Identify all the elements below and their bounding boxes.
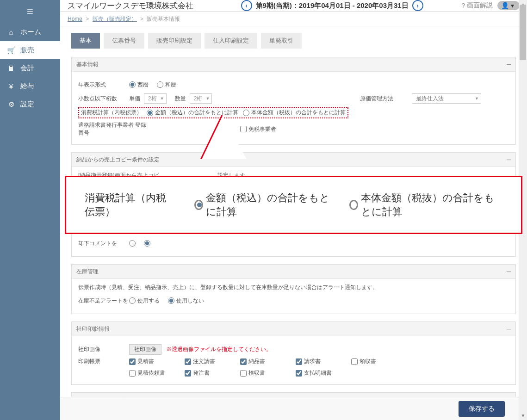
- breadcrumb: Home > 販売（販売設定） > 販売基本情報: [60, 12, 527, 26]
- sidebar-item-sales[interactable]: 🛒 販売: [0, 41, 60, 59]
- sidebar-item-label: ホーム: [20, 28, 41, 37]
- cart-icon: 🛒: [6, 46, 16, 55]
- main: ▲ ▼ スマイルワークスデモ環境株式会社 ‹ 第9期(当期)：2019年04月0…: [60, 0, 527, 420]
- period-prev-icon[interactable]: ‹: [241, 0, 252, 11]
- sidebar: ≡ ⌂ ホーム 🛒 販売 🖩 会計 ¥ 給与 ⚙ 設定: [0, 0, 60, 420]
- panel-title: 社印印影情報: [76, 325, 110, 333]
- gear-icon: ⚙: [6, 100, 16, 109]
- seal-image-button[interactable]: 社印画像: [129, 344, 161, 355]
- collapse-toggle[interactable]: –: [507, 60, 511, 68]
- panel-basic: 基本情報 – 年表示形式 西暦 和暦 小数点以下桁数 単価: [71, 57, 516, 145]
- brand-name: スマイルワークスデモ環境株式会社: [68, 0, 193, 11]
- yen-icon: ¥: [6, 82, 16, 90]
- sidebar-item-label: 給与: [20, 82, 34, 91]
- period-label: 第9期(当期)：2019年04月01日 - 2020年03月31日: [256, 1, 409, 10]
- cost-method-select[interactable]: 最終仕入法: [412, 93, 481, 104]
- chk-hacchu[interactable]: 発注書: [185, 369, 240, 377]
- sidebar-item-home[interactable]: ⌂ ホーム: [0, 23, 60, 41]
- stock-alert-nouse[interactable]: 使用しない: [168, 297, 204, 305]
- period-next-icon[interactable]: ›: [412, 0, 423, 11]
- save-button[interactable]: 保存する: [459, 401, 505, 417]
- radio-on-icon: [194, 200, 203, 210]
- unit-label: 単価: [129, 95, 140, 103]
- sidebar-item-accounting[interactable]: 🖩 会計: [0, 59, 60, 77]
- chk-nouhin[interactable]: 納品書: [240, 358, 296, 365]
- panel-title: 基本情報: [76, 61, 99, 68]
- topbar: スマイルワークスデモ環境株式会社 ‹ 第9期(当期)：2019年04月01日 -…: [60, 0, 527, 12]
- print-forms-label: 印刷帳票: [78, 358, 129, 365]
- collapse-toggle[interactable]: –: [507, 155, 511, 164]
- chk-kenshu[interactable]: 検収書: [240, 369, 296, 377]
- tab-basic[interactable]: 基本: [71, 33, 100, 49]
- radio-off-icon: [349, 200, 358, 210]
- help-icon: ?: [461, 2, 465, 9]
- year-format-label: 年表示形式: [78, 81, 129, 89]
- unit-digits-select[interactable]: 2桁: [144, 93, 167, 104]
- sidebar-item-payroll[interactable]: ¥ 給与: [0, 77, 60, 95]
- breadcrumb-mid[interactable]: 販売（販売設定）: [93, 16, 137, 22]
- help-link[interactable]: ? 画面解説: [461, 1, 493, 10]
- sidebar-item-settings[interactable]: ⚙ 設定: [0, 95, 60, 113]
- chevron-down-icon: ▾: [511, 2, 514, 9]
- chk-ryoshu[interactable]: 領収書: [351, 358, 407, 365]
- callout-option-incl[interactable]: 金額（税込）の合計をもとに計算: [194, 191, 331, 219]
- tab-sales-print[interactable]: 販売印刷設定: [148, 33, 201, 49]
- panel-seal: 社印印影情報 – 社印画像 社印画像 ※透過画像ファイルを指定してください。 印…: [71, 321, 516, 385]
- tax-calc-label: 消費税計算（内税伝票）: [81, 109, 142, 117]
- stock-alert-label: 在庫不足アラートを: [78, 297, 129, 305]
- panel-reject: 却下コメントを: [71, 230, 516, 257]
- collapse-toggle[interactable]: –: [507, 325, 511, 333]
- user-icon: 👤: [501, 2, 509, 9]
- qty-digits-select[interactable]: 2桁: [190, 93, 212, 104]
- panel-title: 納品からの売上コピー条件の設定: [76, 156, 160, 164]
- chk-shiharai[interactable]: 支払明細書: [296, 369, 351, 377]
- breadcrumb-home[interactable]: Home: [68, 16, 82, 22]
- chk-mitsumoriirai[interactable]: 見積依頼書: [129, 369, 185, 377]
- calculator-icon: 🖩: [6, 64, 16, 72]
- qty-label: 数量: [175, 95, 186, 103]
- seal-image-note: ※透過画像ファイルを指定してください。: [166, 346, 272, 353]
- decimal-label: 小数点以下桁数: [78, 95, 129, 103]
- chk-mitsumori[interactable]: 見積書: [129, 358, 185, 365]
- tax-excl-option[interactable]: 本体金額（税抜）の合計をもとに計算: [243, 109, 346, 117]
- footer-bar: 保存する: [60, 397, 519, 420]
- callout-label: 消費税計算（内税伝票）: [85, 191, 176, 219]
- tab-single[interactable]: 単発取引: [261, 33, 302, 49]
- stock-desc: 伝票作成時（見積、受注、納品指示、売上）に、登録する数量に対して在庫数量が足りな…: [78, 284, 509, 291]
- reject-comment-label: 却下コメントを: [78, 240, 129, 247]
- year-wareki-option[interactable]: 和暦: [157, 81, 176, 89]
- tabs: 基本 伝票番号 販売印刷設定 仕入印刷設定 単発取引: [71, 33, 516, 49]
- seal-image-label: 社印画像: [78, 346, 129, 353]
- home-icon: ⌂: [6, 28, 16, 36]
- sidebar-item-label: 会計: [20, 64, 34, 73]
- panel-stock: 在庫管理 – 伝票作成時（見積、受注、納品指示、売上）に、登録する数量に対して在…: [71, 264, 516, 314]
- chk-chumonuke[interactable]: 注文請書: [185, 358, 240, 365]
- exempt-checkbox[interactable]: 免税事業者: [240, 125, 276, 133]
- user-menu[interactable]: 👤 ▾: [497, 1, 520, 10]
- cost-method-label: 原価管理方法: [360, 95, 393, 103]
- collapse-toggle[interactable]: –: [507, 267, 511, 276]
- period-nav: ‹ 第9期(当期)：2019年04月01日 - 2020年03月31日 ›: [203, 0, 461, 11]
- sidebar-item-label: 販売: [20, 46, 34, 55]
- invoice-reg-label: 適格請求書発行事業者 登録番号: [78, 121, 148, 137]
- sidebar-item-label: 設定: [20, 100, 34, 109]
- panel-title: 在庫管理: [76, 268, 99, 276]
- year-seireki-option[interactable]: 西暦: [129, 81, 149, 89]
- tab-purchase-print[interactable]: 仕入印刷設定: [205, 33, 257, 49]
- callout-option-excl[interactable]: 本体金額（税抜）の合計をもとに計算: [349, 191, 502, 219]
- chk-seikyu[interactable]: 請求書: [296, 358, 351, 365]
- breadcrumb-current: 販売基本情報: [147, 16, 180, 22]
- stock-alert-use[interactable]: 使用する: [129, 297, 160, 305]
- menu-toggle[interactable]: ≡: [0, 0, 60, 23]
- tax-calc-highlight: 消費税計算（内税伝票） 金額（税込）の合計をもとに計算 本体金額（税抜）の合計を…: [78, 107, 348, 118]
- tab-slip-number[interactable]: 伝票番号: [104, 33, 144, 49]
- tax-incl-option[interactable]: 金額（税込）の合計をもとに計算: [147, 109, 238, 117]
